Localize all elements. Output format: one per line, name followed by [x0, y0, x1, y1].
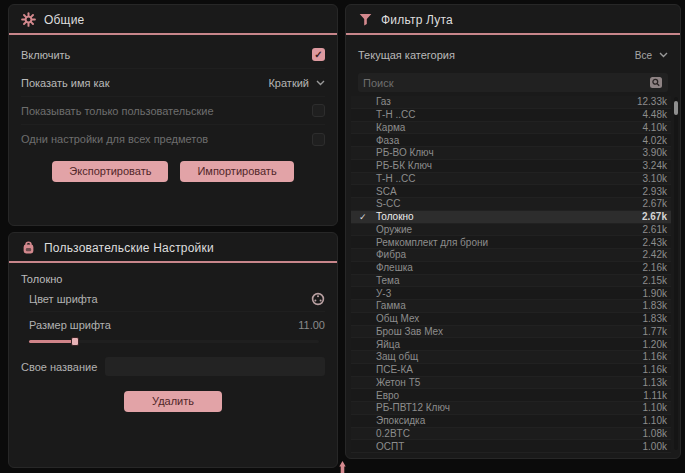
- list-item[interactable]: РБ-ВО Ключ3.90k: [351, 147, 671, 160]
- list-item[interactable]: Оружие2.61k: [351, 224, 671, 237]
- item-value: 2.61k: [643, 224, 667, 235]
- item-name: Фибра: [376, 249, 406, 260]
- backpack-icon: [21, 240, 36, 255]
- setting-row-enable: Включить ✓: [21, 41, 325, 69]
- category-row: Текущая категория Все: [358, 44, 668, 66]
- item-name: Т-Н ..СС: [376, 173, 415, 184]
- item-value: 3.24k: [643, 160, 667, 171]
- list-item[interactable]: Жетон Т51.13k: [351, 377, 671, 390]
- slider-fill: [29, 340, 75, 343]
- item-name: Защ общ: [376, 351, 418, 362]
- font-size-slider[interactable]: [29, 340, 319, 343]
- color-palette-icon[interactable]: [311, 292, 325, 306]
- list-item[interactable]: У-31.90k: [351, 287, 671, 300]
- list-item[interactable]: ✓Толокно2.67k: [351, 211, 671, 224]
- gear-icon: [21, 12, 36, 27]
- name-mode-value: Краткий: [268, 77, 309, 89]
- font-size-value: 11.00: [298, 319, 325, 331]
- category-value: Все: [635, 50, 652, 61]
- list-item[interactable]: S-CC2.67k: [351, 198, 671, 211]
- custom-settings-header: Пользовательские Настройки: [9, 233, 337, 263]
- list-item[interactable]: Газ12.33k: [351, 96, 671, 109]
- item-value: 1.83k: [643, 313, 667, 324]
- bottom-center-icon: [336, 461, 349, 473]
- item-value: 1.16k: [643, 351, 667, 362]
- list-item[interactable]: Фаза4.02k: [351, 134, 671, 147]
- setting-row-only-custom: Показывать только пользовательские: [21, 97, 325, 125]
- custom-settings-panel: Пользовательские Настройки Толокно Цвет …: [8, 232, 338, 468]
- list-item[interactable]: Эпоксидка1.10k: [351, 415, 671, 428]
- same-settings-checkbox[interactable]: [312, 133, 325, 146]
- list-item[interactable]: Фибра2.42k: [351, 249, 671, 262]
- list-item[interactable]: Карма4.10k: [351, 122, 671, 135]
- category-dropdown[interactable]: Все: [635, 50, 668, 61]
- import-button[interactable]: Импортировать: [180, 161, 293, 182]
- list-item[interactable]: Т-Н ..СС3.10k: [351, 173, 671, 186]
- search-icon[interactable]: [649, 76, 663, 89]
- list-item[interactable]: ПСЕ-КА1.16k: [351, 364, 671, 377]
- list-item[interactable]: Гамма1.83k: [351, 300, 671, 313]
- list-item[interactable]: Т-Н ..СС4.48k: [351, 109, 671, 122]
- item-value: 1.00k: [643, 441, 667, 452]
- item-value: 1.11k: [643, 390, 667, 401]
- only-custom-checkbox[interactable]: [312, 104, 325, 117]
- list-item[interactable]: Евро1.11k: [351, 389, 671, 402]
- list-item[interactable]: 0.2BTC1.08k: [351, 428, 671, 441]
- item-value: 12.33k: [637, 96, 667, 107]
- loot-filter-title: Фильтр Лута: [381, 13, 453, 27]
- selected-item-name: Толокно: [21, 273, 325, 285]
- search-input[interactable]: [363, 77, 649, 89]
- item-name: Общ Мех: [376, 313, 419, 324]
- setting-row-name-mode: Показать имя как Краткий: [21, 69, 325, 97]
- list-item[interactable]: Общ Мех1.83k: [351, 313, 671, 326]
- item-name: ОСПТ: [376, 441, 404, 452]
- slider-thumb[interactable]: [71, 337, 79, 346]
- custom-name-input[interactable]: [105, 357, 325, 376]
- font-color-row: Цвет шрифта: [29, 287, 325, 312]
- enable-checkbox[interactable]: ✓: [312, 48, 325, 61]
- list-item[interactable]: РБ-ПВТ12 Ключ1.10k: [351, 402, 671, 415]
- general-panel-title: Общие: [44, 13, 84, 27]
- item-name: Фаза: [376, 135, 399, 146]
- list-item[interactable]: Ремкомплект для брони2.43k: [351, 236, 671, 249]
- name-mode-label: Показать имя как: [21, 77, 110, 89]
- list-item[interactable]: Флешка2.16k: [351, 262, 671, 275]
- item-value: 1.08k: [643, 428, 667, 439]
- item-name: S-CC: [376, 198, 400, 209]
- list-item[interactable]: Брош Зав Мех1.77k: [351, 326, 671, 339]
- scrollbar-thumb[interactable]: [674, 101, 678, 115]
- list-item[interactable]: Защ общ1.16k: [351, 351, 671, 364]
- list-item[interactable]: ОСПТ1.00k: [351, 440, 671, 453]
- item-name: Евро: [376, 390, 399, 401]
- item-value: 3.90k: [643, 147, 667, 158]
- item-value: 2.42k: [643, 249, 667, 260]
- item-name: SCA: [376, 186, 397, 197]
- item-value: 2.67k: [642, 211, 667, 222]
- list-item[interactable]: Яйца1.20k: [351, 338, 671, 351]
- enable-label: Включить: [21, 49, 70, 61]
- general-panel-header: Общие: [9, 5, 337, 35]
- custom-settings-title: Пользовательские Настройки: [44, 241, 214, 255]
- item-name: Флешка: [376, 262, 413, 273]
- list-item[interactable]: Тема2.15k: [351, 275, 671, 288]
- delete-button[interactable]: Удалить: [124, 391, 222, 412]
- loot-list: Газ12.33kТ-Н ..СС4.48kКарма4.10kФаза4.02…: [351, 96, 671, 453]
- item-name: Толокно: [376, 211, 414, 222]
- funnel-icon: [358, 12, 373, 27]
- item-name: У-3: [376, 288, 391, 299]
- name-mode-dropdown[interactable]: Краткий: [268, 77, 325, 89]
- item-name: РБ-ПВТ12 Ключ: [376, 402, 450, 413]
- chevron-down-icon: [316, 80, 325, 86]
- item-value: 2.67k: [643, 198, 667, 209]
- item-value: 1.83k: [643, 300, 667, 311]
- export-button[interactable]: Экспортировать: [52, 161, 168, 182]
- item-value: 1.10k: [643, 415, 667, 426]
- scrollbar-track[interactable]: [674, 97, 678, 450]
- font-size-label: Размер шрифта: [29, 319, 111, 331]
- list-item[interactable]: РБ-БК Ключ3.24k: [351, 160, 671, 173]
- item-value: 2.16k: [643, 262, 667, 273]
- only-custom-label: Показывать только пользовательские: [21, 105, 214, 117]
- item-value: 4.48k: [643, 109, 667, 120]
- font-size-row: Размер шрифта 11.00: [29, 312, 325, 337]
- list-item[interactable]: SCA2.93k: [351, 185, 671, 198]
